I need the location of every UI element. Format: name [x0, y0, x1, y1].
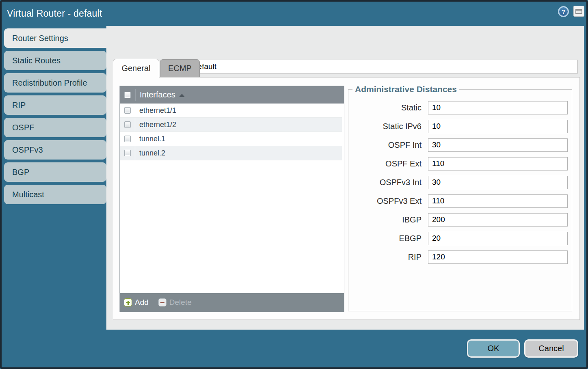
select-all-checkbox[interactable]: [124, 92, 131, 98]
distance-field-input[interactable]: [428, 176, 568, 189]
cancel-button[interactable]: Cancel: [524, 339, 578, 358]
distance-field-row: EBGP: [348, 231, 572, 245]
distance-field-row: OSPFv3 Int: [348, 175, 572, 189]
tab-ecmp-label: ECMP: [168, 64, 192, 73]
distance-field-label: RIP: [352, 252, 422, 262]
row-checkbox-cell: [120, 118, 135, 132]
distance-field-row: OSPFv3 Ext: [348, 194, 572, 208]
dialog-title: Virtual Router - default: [7, 0, 102, 26]
sidebar-item[interactable]: Multicast: [4, 185, 106, 204]
distance-field-row: IBGP: [348, 213, 572, 227]
distance-field-input[interactable]: [428, 213, 568, 227]
administrative-distances-fields: Static Static IPv6 OSPF Int: [348, 90, 572, 264]
header-checkbox-cell: [120, 92, 135, 98]
interfaces-column-label: Interfaces: [140, 90, 175, 99]
sidebar-item-label: Redistribution Profile: [12, 78, 87, 88]
distance-field-row: OSPF Int: [348, 138, 572, 152]
interface-row[interactable]: tunnel.1: [120, 132, 342, 146]
distance-field-input[interactable]: [428, 157, 568, 170]
interfaces-column-header[interactable]: Interfaces: [135, 89, 344, 101]
row-checkbox[interactable]: [124, 150, 131, 156]
sidebar-item[interactable]: RIP: [4, 95, 106, 115]
row-checkbox[interactable]: [124, 136, 131, 142]
distance-field-row: OSPF Ext: [348, 157, 572, 170]
administrative-distances-title: Administrative Distances: [352, 84, 459, 94]
distance-field-input[interactable]: [428, 232, 568, 245]
distance-field-label: IBGP: [352, 215, 422, 224]
distance-field-row: Static: [348, 101, 572, 114]
distance-field-input[interactable]: [428, 138, 568, 152]
sidebar-item[interactable]: Redistribution Profile: [4, 73, 106, 93]
name-input[interactable]: [189, 60, 578, 73]
row-checkbox-cell: [120, 104, 135, 117]
sidebar-item[interactable]: OSPFv3: [4, 140, 106, 160]
delete-button[interactable]: Delete: [158, 298, 192, 307]
interfaces-table-header: Interfaces: [120, 86, 344, 104]
distance-field-row: RIP: [348, 250, 572, 264]
interfaces-table-body: ethernet1/1 ethernet1/2: [120, 104, 344, 293]
interface-name: ethernet1/1: [135, 106, 176, 115]
row-checkbox[interactable]: [124, 107, 131, 114]
virtual-router-dialog: Virtual Router - default ? Router Settin…: [0, 0, 588, 369]
interface-name: tunnel.1: [135, 135, 165, 143]
sidebar-item-label: Router Settings: [12, 34, 68, 43]
distance-field-row: Static IPv6: [348, 119, 572, 133]
distance-field-label: OSPFv3 Int: [352, 178, 422, 187]
general-tab-panel: Interfaces ethernet1/1: [113, 77, 580, 320]
row-checkbox[interactable]: [124, 121, 131, 128]
content-area: Name General ECMP Interfaces: [106, 26, 584, 330]
delete-icon: [158, 298, 166, 306]
sidebar-item-label: BGP: [12, 168, 29, 177]
distance-field-input[interactable]: [428, 101, 568, 114]
add-button-label: Add: [135, 298, 149, 307]
row-checkbox-cell: [120, 132, 135, 146]
distance-field-label: Static: [352, 103, 422, 112]
interface-row[interactable]: ethernet1/1: [120, 104, 342, 118]
distance-field-label: EBGP: [352, 234, 422, 243]
sidebar-nav: Router Settings Static Routes Redistribu…: [4, 28, 109, 207]
administrative-distances-fieldset: Administrative Distances Static Static I…: [348, 89, 572, 311]
distance-field-label: OSPF Ext: [352, 159, 422, 168]
add-button[interactable]: Add: [124, 298, 149, 307]
interfaces-table: Interfaces ethernet1/1: [119, 86, 344, 312]
distance-field-input[interactable]: [428, 194, 568, 208]
dialog-titlebar: Virtual Router - default ?: [0, 0, 588, 26]
sidebar-item-label: OSPFv3: [12, 145, 43, 155]
row-checkbox-cell: [120, 146, 135, 160]
interface-row[interactable]: tunnel.2: [120, 146, 342, 160]
tab-general[interactable]: General: [113, 59, 159, 78]
sidebar-item-label: OSPF: [12, 123, 34, 132]
interface-row[interactable]: ethernet1/2: [120, 118, 342, 132]
interface-name: ethernet1/2: [135, 121, 176, 129]
help-icon[interactable]: ?: [558, 6, 569, 17]
interfaces-table-toolbar: Add Delete: [120, 293, 344, 312]
ok-button-label: OK: [488, 344, 499, 353]
tab-ecmp[interactable]: ECMP: [160, 59, 200, 77]
maximize-window-icon[interactable]: [573, 6, 584, 17]
window-glyph: [575, 9, 582, 14]
sidebar-item-label: RIP: [12, 101, 26, 110]
distance-field-label: Static IPv6: [352, 122, 422, 131]
tab-general-label: General: [121, 64, 150, 73]
sidebar-item[interactable]: OSPF: [4, 118, 106, 137]
sidebar-item[interactable]: Static Routes: [4, 51, 106, 70]
cancel-button-label: Cancel: [538, 344, 564, 353]
sidebar-item[interactable]: BGP: [4, 162, 106, 182]
distance-field-label: OSPF Int: [352, 140, 422, 150]
sidebar-item[interactable]: Router Settings: [4, 28, 109, 48]
ok-button[interactable]: OK: [467, 339, 520, 358]
add-icon: [124, 298, 132, 306]
distance-field-label: OSPFv3 Ext: [352, 196, 422, 206]
distance-field-input[interactable]: [428, 120, 568, 133]
question-mark-glyph: ?: [559, 7, 568, 16]
interface-name: tunnel.2: [135, 149, 165, 158]
delete-button-label: Delete: [169, 298, 192, 307]
sidebar-item-label: Static Routes: [12, 56, 61, 65]
sidebar-item-label: Multicast: [12, 190, 44, 199]
distance-field-input[interactable]: [428, 250, 568, 264]
sort-ascending-icon: [179, 94, 185, 97]
